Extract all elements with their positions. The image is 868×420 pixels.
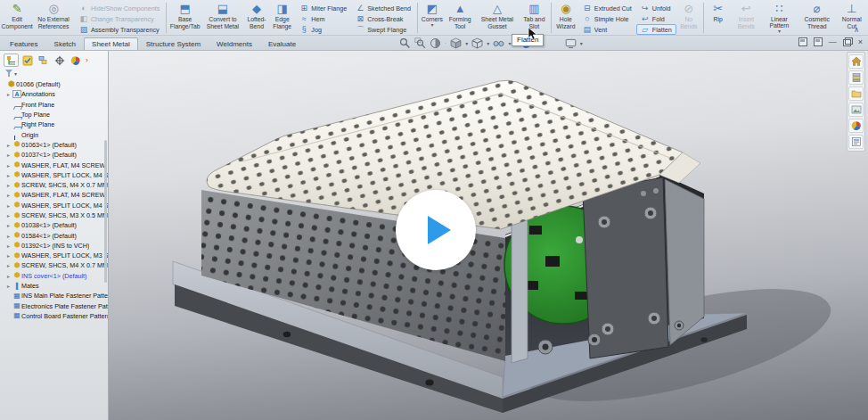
view-orientation-icon[interactable] — [450, 37, 462, 49]
tree-item[interactable]: ▸ 01584<1> (Default) — [0, 230, 108, 240]
tree-item[interactable]: INS Main Plate Fastener Pattern — [0, 291, 108, 301]
hide-show-items-icon[interactable] — [493, 37, 504, 49]
tree-item[interactable]: Origin — [0, 129, 108, 139]
tree-item[interactable]: ▸ WASHER, SPLIT LOCK, M3 SCREW, 3 — [0, 251, 108, 260]
tree-filter[interactable]: ▾ — [0, 69, 108, 79]
document-icon-b[interactable] — [814, 37, 823, 46]
view-palette-icon[interactable] — [848, 103, 864, 117]
tree-item[interactable]: ▸ WASHER, SPLIT LOCK, M4 SCREW, 4 — [0, 170, 108, 180]
lofted-bend-button[interactable]: ◆ Lofted-Bend — [244, 1, 269, 35]
ribbon-tab[interactable]: Features — [2, 37, 46, 50]
design-library-icon[interactable] — [848, 70, 864, 85]
tree-item[interactable]: ▸ Mates — [0, 281, 108, 291]
tree-item[interactable]: ▸ 01392<1> (INS to VCH) — [0, 241, 108, 251]
rip-button[interactable]: ✂ Rip — [706, 1, 731, 35]
no-external-references-button[interactable]: ◎ No External References — [32, 1, 75, 35]
sheet-metal-gusset-button[interactable]: △ Sheet Metal Gusset — [475, 1, 519, 35]
tree-item[interactable]: Electronics Plate Fastener Pattern — [0, 301, 108, 311]
display-style-icon[interactable] — [471, 37, 483, 49]
normal-cut-button[interactable]: ⊥ Normal Cut — [838, 1, 866, 35]
apply-scene-icon[interactable] — [565, 37, 577, 49]
chevron-down-icon[interactable]: ▾ — [580, 40, 583, 46]
tree-item[interactable]: ▸ Annotations — [0, 89, 108, 99]
tree-item[interactable]: ▸ WASHER, FLAT, M4 SCREW, 4.3 MM — [0, 160, 108, 169]
forming-tool-button[interactable]: ▲ Forming Tool — [445, 1, 475, 35]
insert-bends-button[interactable]: ↩ Insert Bends — [731, 1, 762, 35]
file-explorer-icon[interactable] — [848, 86, 864, 101]
tree-item-icon — [12, 191, 21, 200]
tree-item[interactable]: ▸ 01063<1> (Default) — [0, 140, 108, 150]
convert-to-sheet-metal-button[interactable]: ⬓ Convert to Sheet Metal — [201, 1, 244, 35]
hole-wizard-button[interactable]: ◉ Hole Wizard — [553, 1, 578, 35]
corners-button[interactable]: ◩ Corners ▾ — [420, 1, 445, 35]
close-icon[interactable]: × — [858, 37, 863, 46]
cosmetic-thread-button[interactable]: ⌀ Cosmetic Thread — [797, 1, 838, 35]
displaymanager-tab[interactable] — [68, 54, 83, 67]
assembly-transparency-button[interactable]: ▧ Assembly Transparency — [75, 24, 165, 35]
graphics-area[interactable] — [109, 51, 868, 420]
tree-item[interactable]: ▸ 01038<1> (Default) — [0, 220, 108, 230]
solidworks-resources-icon[interactable] — [848, 54, 864, 69]
swept-flange-button[interactable]: ⌒ Swept Flange — [351, 24, 415, 35]
tree-item[interactable]: ▸ SCREW, SHCS, M4 X 0.7 MM THREA — [0, 180, 108, 190]
edge-flange-button[interactable]: ◨ Edge Flange — [269, 1, 295, 35]
tree-item[interactable]: Top Plane — [0, 110, 108, 119]
sketched-bend-button[interactable]: ∠ Sketched Bend — [351, 3, 415, 13]
cross-break-button[interactable]: ⊠ Cross-Break — [351, 13, 415, 24]
vent-button[interactable]: ▤ Vent — [578, 24, 636, 35]
flatten-button[interactable]: ▱ Flatten — [636, 24, 676, 35]
ribbon-tab[interactable]: Evaluate — [260, 37, 304, 50]
tree-item-icon — [12, 90, 21, 99]
no-bends-button[interactable]: ⊘ No Bends — [676, 1, 701, 35]
document-icon-a[interactable] — [798, 37, 807, 46]
chevron-down-icon[interactable]: ▾ — [778, 29, 781, 34]
hem-button[interactable]: ≈ Hem — [295, 13, 351, 24]
hide-show-components-button[interactable]: ◐ Hide/Show Components — [75, 3, 165, 13]
dimxpertmanager-tab[interactable] — [52, 54, 67, 67]
chevron-down-icon[interactable]: ▾ — [14, 70, 17, 77]
tree-item[interactable]: ▸ SCREW, SHCS, M4 X 0.7 MM THREA — [0, 260, 108, 270]
ribbon-tab[interactable]: Sheet Metal — [84, 37, 138, 50]
tree-item[interactable]: ▸ WASHER, SPLIT LOCK, M4 SCREW, 4 — [0, 201, 108, 210]
tree-item-label: 01037<1> (Default) — [21, 151, 77, 159]
chevron-down-icon[interactable]: ▾ — [508, 40, 511, 46]
extruded-cut-button[interactable]: ⊟ Extruded Cut — [578, 3, 636, 13]
tree-item[interactable]: Control Board Fastener Pattern — [0, 311, 108, 321]
minimize-icon[interactable]: — — [829, 37, 837, 46]
restore-icon[interactable] — [843, 37, 852, 46]
tree-item[interactable]: ▸ SCREW, SHCS, M3 X 0.5 MM THREA — [0, 210, 108, 220]
chevron-down-icon[interactable]: ▾ — [465, 40, 468, 46]
custom-properties-icon[interactable] — [848, 135, 864, 149]
tree-item[interactable]: Right Plane — [0, 119, 108, 129]
base-flange-button[interactable]: ⬒ Base Flange/Tab — [168, 1, 201, 35]
simple-hole-button[interactable]: ○ Simple Hole — [578, 13, 636, 24]
ribbon-tab[interactable]: Structure System — [138, 37, 209, 50]
tree-item[interactable]: ▸ WASHER, FLAT, M4 SCREW, 4.3 MM — [0, 190, 108, 200]
tree-item[interactable]: Front Plane — [0, 100, 108, 110]
featuremanager-tree-tab[interactable] — [4, 54, 19, 67]
propertymanager-tab[interactable] — [20, 54, 35, 67]
section-view-icon[interactable] — [430, 37, 441, 49]
configurationmanager-tab[interactable] — [36, 54, 51, 67]
ribbon-tab[interactable]: Sketch — [46, 37, 84, 50]
chevron-down-icon[interactable]: ▾ — [487, 40, 489, 46]
fold-button[interactable]: ↩ Fold — [636, 13, 676, 24]
featuremanager-flyout-icon[interactable]: › — [86, 56, 88, 64]
miter-flange-button[interactable]: ⊞ Miter Flange — [295, 3, 351, 13]
edit-component-button[interactable]: ✎ Edit Component — [2, 1, 32, 35]
chevron-down-icon[interactable]: ▾ — [430, 23, 433, 28]
tree-item[interactable]: 01066 (Default) — [0, 79, 108, 89]
zoom-fit-icon[interactable] — [399, 37, 411, 49]
zoom-area-icon[interactable] — [414, 37, 426, 49]
tree-item[interactable]: ▸ INS cover<1> (Default) — [0, 271, 108, 281]
tree-item[interactable]: ▸ 01037<1> (Default) — [0, 150, 108, 160]
unfold-button[interactable]: ↪ Unfold — [636, 3, 676, 13]
collapse-ribbon-icon[interactable]: ∧ — [854, 26, 859, 34]
appearances-icon[interactable] — [848, 119, 864, 133]
jog-button[interactable]: § Jog — [295, 24, 351, 35]
change-transparency-button[interactable]: ◧ Change Transparency — [75, 13, 165, 24]
video-play-button[interactable] — [396, 190, 476, 270]
ribbon-tab[interactable]: Weldments — [209, 37, 260, 50]
linear-pattern-button[interactable]: ∷ Linear Pattern ▾ — [762, 1, 797, 35]
tree-scrollbar[interactable] — [104, 140, 107, 283]
